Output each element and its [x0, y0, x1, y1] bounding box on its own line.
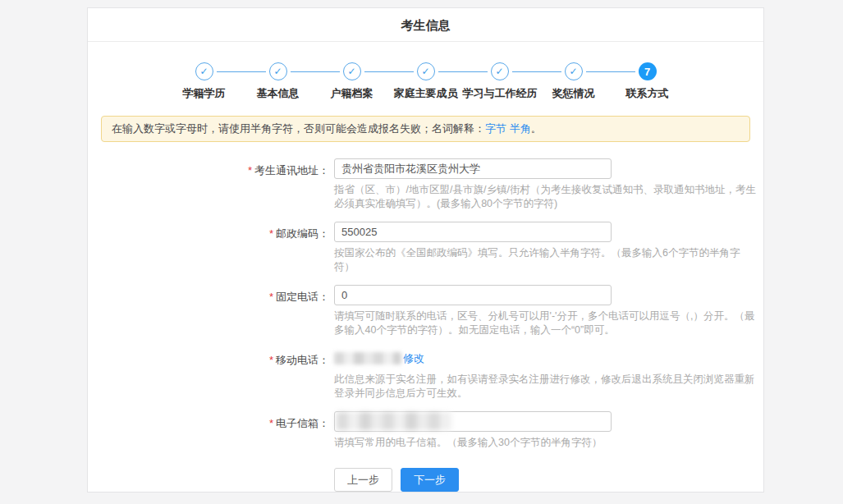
halfwidth-glossary-link[interactable]: 半角 — [510, 122, 531, 135]
redacted-mobile-number — [334, 352, 401, 364]
check-icon: ✓ — [565, 62, 583, 80]
step-label: 学籍学历 — [167, 86, 241, 101]
field-help-text: 按国家公布的《全国邮政编码》填写。只允许输入半角字符。（最多输入6个字节的半角字… — [334, 246, 756, 274]
byte-glossary-link[interactable]: 字节 — [485, 122, 506, 135]
field-help-text: 此信息来源于实名注册，如有误请登录实名注册进行修改，修改后退出系统且关闭浏览器重… — [334, 373, 756, 401]
required-asterisk: * — [269, 227, 273, 240]
candidate-info-panel: 考生信息 ✓ 学籍学历 ✓ 基本信息 ✓ 户籍档案 ✓ 家庭主要成员 ✓ 学习与… — [87, 7, 764, 493]
form-row-postal-code: *邮政编码： 按国家公布的《全国邮政编码》填写。只允许输入半角字符。（最多输入6… — [88, 222, 763, 274]
field-label: *固定电话： — [88, 285, 329, 337]
field-help-text: 请填写可随时联系的电话，区号、分机号可以用'-'分开，多个电话可以用逗号（,）分… — [334, 309, 756, 337]
check-icon: ✓ — [491, 62, 509, 80]
form-row-mailing-address: *考生通讯地址： 指省（区、市）/地市区盟/县市旗/乡镇/街村（为考生接收复试通… — [88, 158, 763, 211]
page-title: 考生信息 — [88, 8, 763, 42]
required-asterisk: * — [248, 164, 252, 176]
notice-text: 在输入数字或字母时，请使用半角字符，否则可能会造成报名失败；名词解释： — [112, 122, 485, 135]
step-label: 户籍档案 — [315, 86, 389, 101]
landline-phone-input[interactable] — [334, 285, 612, 305]
email-input[interactable] — [334, 411, 612, 432]
step-family-members[interactable]: ✓ 家庭主要成员 — [389, 62, 463, 101]
mailing-address-input[interactable] — [334, 158, 612, 179]
previous-step-button[interactable]: 上一步 — [334, 468, 392, 492]
form-footer: 上一步 下一步 — [334, 468, 763, 492]
step-number-badge: 7 — [639, 62, 657, 80]
step-rewards-punishments[interactable]: ✓ 奖惩情况 — [537, 62, 611, 101]
check-icon: ✓ — [343, 62, 361, 80]
step-basic-info[interactable]: ✓ 基本信息 — [241, 62, 315, 101]
step-household-archive[interactable]: ✓ 户籍档案 — [315, 62, 389, 101]
check-icon: ✓ — [195, 62, 213, 80]
form-row-landline-phone: *固定电话： 请填写可随时联系的电话，区号、分机号可以用'-'分开，多个电话可以… — [88, 285, 763, 337]
field-label: *移动电话： — [88, 348, 329, 401]
required-asterisk: * — [269, 354, 273, 366]
next-step-button[interactable]: 下一步 — [401, 468, 459, 492]
required-asterisk: * — [269, 291, 273, 303]
required-asterisk: * — [269, 417, 273, 429]
field-help-text: 请填写常用的电子信箱。（最多输入30个字节的半角字符） — [334, 436, 756, 450]
postal-code-input[interactable] — [334, 222, 612, 242]
form-row-email: *电子信箱： 请填写常用的电子信箱。（最多输入30个字节的半角字符） — [88, 411, 763, 450]
form-row-mobile-phone: *移动电话： 修改 此信息来源于实名注册，如有误请登录实名注册进行修改，修改后退… — [88, 348, 763, 401]
step-label: 学习与工作经历 — [463, 86, 537, 101]
notice-text-end: 。 — [531, 122, 542, 135]
field-help-text: 指省（区、市）/地市区盟/县市旗/乡镇/街村（为考生接收复试通知书、录取通知书地… — [334, 183, 756, 211]
step-student-status[interactable]: ✓ 学籍学历 — [167, 62, 241, 101]
step-label: 基本信息 — [241, 86, 315, 101]
halfwidth-notice-bar: 在输入数字或字母时，请使用半角字符，否则可能会造成报名失败；名词解释：字节 半角… — [101, 116, 750, 142]
step-contact-info-current[interactable]: 7 联系方式 — [611, 62, 685, 101]
check-icon: ✓ — [269, 62, 287, 80]
step-label: 奖惩情况 — [537, 86, 611, 101]
step-label: 家庭主要成员 — [389, 86, 463, 101]
step-label: 联系方式 — [611, 86, 685, 101]
field-label: *邮政编码： — [88, 222, 329, 274]
field-label: *考生通讯地址： — [88, 158, 329, 211]
field-label: *电子信箱： — [88, 411, 329, 450]
step-study-work-experience[interactable]: ✓ 学习与工作经历 — [463, 62, 537, 101]
modify-mobile-link[interactable]: 修改 — [403, 351, 424, 366]
contact-info-form: *考生通讯地址： 指省（区、市）/地市区盟/县市旗/乡镇/街村（为考生接收复试通… — [88, 158, 763, 492]
check-icon: ✓ — [417, 62, 435, 80]
wizard-stepper: ✓ 学籍学历 ✓ 基本信息 ✓ 户籍档案 ✓ 家庭主要成员 ✓ 学习与工作经历 … — [88, 62, 763, 101]
